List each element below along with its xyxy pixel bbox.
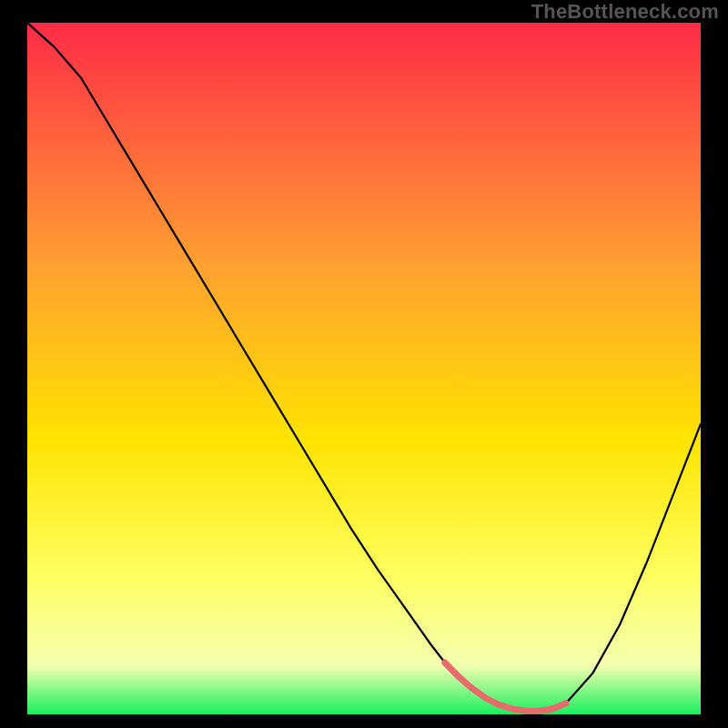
gradient-background [27,23,701,714]
plot-svg [27,23,701,714]
watermark-text: TheBottleneck.com [531,0,719,24]
chart-frame: TheBottleneck.com [0,0,728,728]
plot-area [27,23,701,714]
